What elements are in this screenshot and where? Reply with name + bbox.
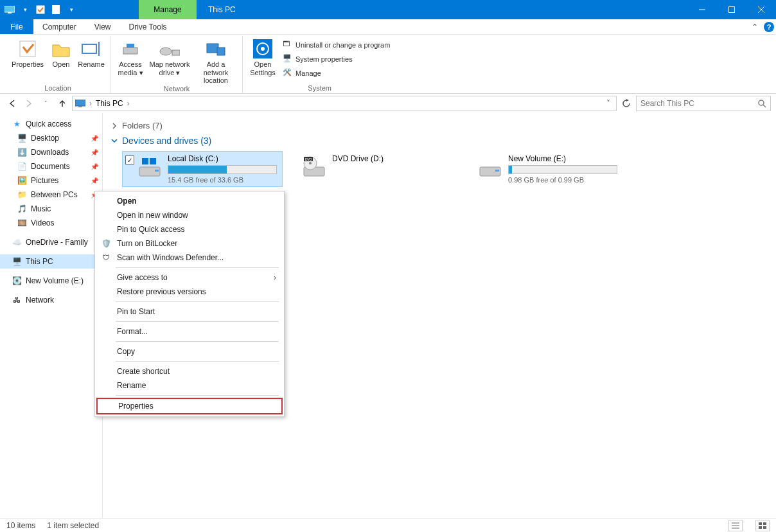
up-button[interactable] [55, 96, 69, 111]
svg-rect-11 [123, 48, 137, 54]
computer-tab[interactable]: Computer [33, 19, 85, 34]
cm-open-new-window[interactable]: Open in new window [96, 208, 283, 222]
view-tab[interactable]: View [85, 19, 120, 34]
drive-icon [477, 154, 503, 180]
maximize-button[interactable] [717, 0, 746, 19]
svg-point-22 [759, 100, 764, 105]
folders-section-header[interactable]: Folders (7) [110, 121, 768, 130]
downloads-icon: ⬇️ [17, 147, 27, 157]
svg-rect-3 [52, 5, 60, 14]
manage-button[interactable]: 🛠️Manage [280, 67, 392, 80]
ribbon-group-label: System [247, 84, 392, 93]
sidebar-onedrive[interactable]: ☁️OneDrive - Family [0, 235, 102, 249]
close-button[interactable] [746, 0, 776, 19]
cm-properties[interactable]: Properties [98, 399, 281, 413]
drive-dvd-d[interactable]: DVD DVD Drive (D:) [298, 151, 459, 187]
sidebar-item-videos[interactable]: 🎞️Videos [0, 216, 102, 230]
recent-locations-button[interactable]: ˅ [39, 96, 53, 111]
drive-local-disk-c[interactable]: ✓ Local Disk (C:) 15.4 GB free of 33.6 G… [122, 151, 283, 187]
sidebar-item-between-pcs[interactable]: 📁Between PCs📌 [0, 188, 102, 202]
sidebar-item-pictures[interactable]: 🖼️Pictures📌 [0, 173, 102, 188]
address-bar[interactable]: › This PC › ˅ [72, 96, 617, 111]
refresh-button[interactable] [619, 96, 633, 111]
cm-scan-defender[interactable]: 🛡Scan with Windows Defender... [96, 251, 283, 265]
svg-rect-25 [155, 170, 159, 172]
navigation-row: ˅ › This PC › ˅ Search This PC [0, 94, 776, 113]
drive-icon [137, 154, 163, 180]
help-button[interactable]: ? [762, 19, 776, 34]
add-network-location-button[interactable]: Add a network location [193, 37, 238, 85]
ribbon-group-system: Open Settings 🗔Uninstall or change a pro… [243, 36, 396, 93]
cm-give-access-to[interactable]: Give access to› [96, 270, 283, 285]
cm-separator [116, 341, 279, 342]
cm-open[interactable]: Open [96, 194, 283, 208]
cm-pin-to-start[interactable]: Pin to Start [96, 305, 283, 319]
map-network-drive-button[interactable]: Map network drive ▾ [147, 37, 192, 76]
sidebar-network[interactable]: 🖧Network [0, 293, 102, 307]
details-view-button[interactable] [728, 520, 743, 531]
music-icon: 🎵 [17, 204, 27, 214]
checkbox-icon[interactable] [35, 4, 46, 15]
cm-turn-on-bitlocker[interactable]: 🛡️Turn on BitLocker [96, 236, 283, 251]
svg-line-23 [763, 105, 766, 107]
search-placeholder: Search This PC [640, 99, 694, 108]
sidebar-item-downloads[interactable]: ⬇️Downloads📌 [0, 145, 102, 159]
svg-rect-34 [495, 170, 499, 172]
status-item-count: 10 items [6, 521, 35, 530]
uninstall-program-button[interactable]: 🗔Uninstall or change a program [280, 39, 392, 51]
chevron-down-icon[interactable]: ▾ [19, 4, 31, 15]
collapse-ribbon-button[interactable]: ⌃ [748, 19, 762, 34]
open-button[interactable]: Open [48, 37, 75, 69]
svg-rect-9 [82, 44, 96, 53]
drive-icon: 💽 [12, 276, 22, 286]
cm-rename[interactable]: Rename [96, 378, 283, 393]
access-media-button[interactable]: Access media ▾ [115, 37, 146, 76]
star-icon: ★ [12, 119, 22, 129]
sidebar-item-desktop[interactable]: 🖥️Desktop📌 [0, 131, 102, 145]
file-tab[interactable]: File [0, 19, 33, 34]
svg-rect-21 [78, 106, 82, 107]
cm-format[interactable]: Format... [96, 324, 283, 339]
sidebar-item-music[interactable]: 🎵Music [0, 202, 102, 216]
drive-name: DVD Drive (D:) [332, 154, 455, 163]
title-bar: ▾ ▾ Manage This PC [0, 0, 776, 19]
rename-button[interactable]: Rename [76, 37, 107, 69]
drive-name: Local Disk (C:) [168, 154, 279, 163]
sidebar-item-documents[interactable]: 📄Documents📌 [0, 159, 102, 173]
cm-copy[interactable]: Copy [96, 344, 283, 359]
properties-button[interactable]: Properties [9, 37, 46, 69]
devices-section-header[interactable]: Devices and drives (3) [110, 136, 768, 146]
chevron-down-icon [110, 137, 118, 145]
sidebar-new-volume[interactable]: 💽New Volume (E:) [0, 274, 102, 288]
sidebar-this-pc[interactable]: 🖥️This PC [0, 254, 102, 269]
minimize-button[interactable] [687, 0, 717, 19]
pc-icon: 🖥️ [12, 256, 22, 267]
cm-pin-quick-access[interactable]: Pin to Quick access [96, 222, 283, 236]
address-dropdown-button[interactable]: ˅ [603, 99, 613, 108]
open-settings-button[interactable]: Open Settings [247, 37, 279, 76]
large-icons-view-button[interactable] [755, 520, 770, 531]
checkbox-checked-icon[interactable]: ✓ [125, 155, 134, 164]
storage-bar [508, 165, 617, 174]
sidebar-quick-access[interactable]: ★ Quick access [0, 117, 102, 131]
drive-new-volume-e[interactable]: New Volume (E:) 0.98 GB free of 0.99 GB [474, 151, 635, 187]
cm-separator [116, 395, 279, 396]
drive-tools-tab[interactable]: Drive Tools [119, 19, 175, 34]
manage-context-tab[interactable]: Manage [139, 0, 197, 19]
system-properties-button[interactable]: 🖥️System properties [280, 53, 392, 66]
drive-name: New Volume (E:) [508, 154, 631, 163]
pin-icon: 📌 [91, 149, 98, 156]
pictures-icon: 🖼️ [17, 175, 27, 186]
breadcrumb-thispc[interactable]: This PC [96, 99, 123, 108]
cm-create-shortcut[interactable]: Create shortcut [96, 364, 283, 378]
shield-icon: 🛡️ [100, 238, 112, 249]
back-button[interactable] [5, 96, 19, 111]
drives-list: ✓ Local Disk (C:) 15.4 GB free of 33.6 G… [110, 151, 768, 187]
desktop-icon: 🖥️ [17, 133, 27, 143]
chevron-down-icon[interactable]: ▾ [66, 4, 77, 15]
search-box[interactable]: Search This PC [636, 96, 771, 111]
cm-restore-previous[interactable]: Restore previous versions [96, 285, 283, 299]
blank-page-icon[interactable] [50, 4, 62, 15]
svg-rect-14 [172, 50, 180, 55]
forward-button[interactable] [22, 96, 36, 111]
